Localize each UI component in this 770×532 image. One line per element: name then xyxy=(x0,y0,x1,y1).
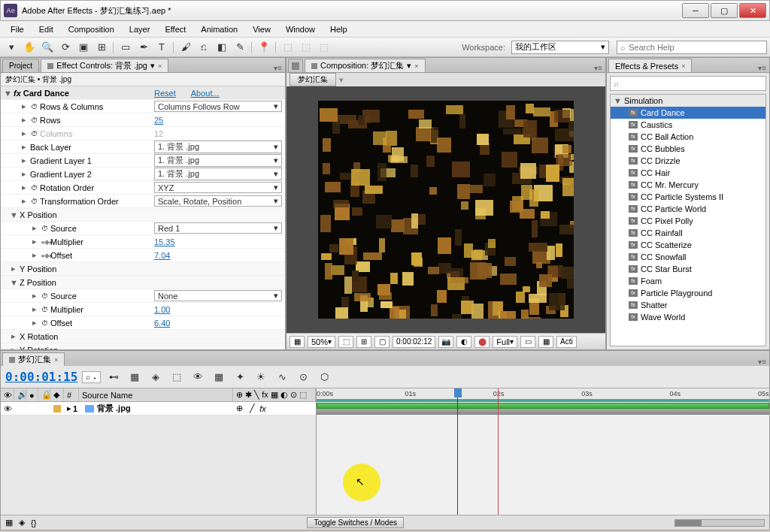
dropdown[interactable]: Scale, Rotate, Position▾ xyxy=(154,195,282,207)
local-axis[interactable]: ⬚ xyxy=(280,40,296,55)
stopwatch-icon[interactable]: ⏱ xyxy=(41,225,48,232)
effect-cc-ball-action[interactable]: fxCC Ball Action xyxy=(611,131,765,143)
effects-search[interactable]: ⌕ xyxy=(610,76,766,91)
composition-viewer[interactable] xyxy=(286,86,605,333)
menu-view[interactable]: View xyxy=(245,23,278,35)
tab-icon-only[interactable] xyxy=(288,59,303,72)
category-simulation[interactable]: ▼Simulation xyxy=(611,95,765,107)
prop-source[interactable]: ▸⏱SourceNone▾ xyxy=(1,289,285,303)
rect-tool[interactable]: ▭ xyxy=(117,40,134,55)
clone-tool[interactable]: ⎌ xyxy=(196,40,212,55)
stopwatch-icon[interactable]: ⏱ xyxy=(30,130,38,138)
time-search[interactable]: ⌕ ▾ xyxy=(82,371,101,383)
effect-particle-playground[interactable]: fxParticle Playground xyxy=(611,287,765,299)
timecode-display[interactable]: 0:00:02:12 xyxy=(393,336,435,348)
value-scrubber[interactable]: 25 xyxy=(154,116,282,125)
dropdown[interactable]: Columns Follows Row▾ xyxy=(154,101,282,112)
prop-offset[interactable]: ▸◂◆▸Offset7.04 xyxy=(1,249,285,262)
zoom-select[interactable]: 50% ▾ xyxy=(308,336,335,348)
menu-edit[interactable]: Edit xyxy=(32,23,61,35)
snapshot-icon[interactable]: 📷 xyxy=(438,336,453,348)
menu-animation[interactable]: Animation xyxy=(193,23,245,35)
color-icon[interactable]: ⬤ xyxy=(474,336,490,348)
footer-icon-3[interactable]: {} xyxy=(31,518,36,527)
selection-tool[interactable]: ▾ xyxy=(3,40,20,55)
menu-window[interactable]: Window xyxy=(278,23,323,35)
prop-offset[interactable]: ▸⏱Offset6.40 xyxy=(1,316,285,330)
minimize-button[interactable]: ─ xyxy=(682,3,709,18)
menu-help[interactable]: Help xyxy=(323,23,355,35)
transparency-icon[interactable]: ▦ xyxy=(538,336,553,348)
tl-tool-1[interactable]: ⊷ xyxy=(105,370,122,385)
menu-effect[interactable]: Effect xyxy=(157,23,193,35)
prop-source[interactable]: ▸⏱SourceRed 1▾ xyxy=(1,222,285,235)
prop-y-rotation[interactable]: ▸Y Rotation xyxy=(1,343,285,349)
prop-multiplier[interactable]: ▸◂◆▸Multiplier15.35 xyxy=(1,235,285,249)
audio-column-icon[interactable]: 🔊 xyxy=(14,388,26,401)
tl-tool-4[interactable]: ⬚ xyxy=(168,370,185,385)
keyframe-nav-icon[interactable]: ◂◆▸ xyxy=(41,252,48,259)
tab-composition[interactable]: Composition: 梦幻汇集 ▾× xyxy=(305,59,426,72)
effect-cc-particle-systems-ii[interactable]: fxCC Particle Systems II xyxy=(611,191,765,203)
tl-tool-11[interactable]: ⬡ xyxy=(316,370,332,385)
tab-project[interactable]: Project xyxy=(2,59,39,72)
effect-cc-mr.-mercury[interactable]: fxCC Mr. Mercury xyxy=(611,179,765,191)
stopwatch-icon[interactable]: ⏱ xyxy=(41,306,48,313)
stopwatch-icon[interactable]: ⏱ xyxy=(41,292,48,300)
panel-menu-icon[interactable]: ▾≡ xyxy=(591,64,605,72)
prop-columns[interactable]: ▸⏱Columns12 xyxy=(1,127,285,141)
effect-foam[interactable]: fxFoam xyxy=(611,275,765,287)
panel-menu-icon[interactable]: ▾≡ xyxy=(271,64,285,72)
playhead[interactable] xyxy=(457,388,458,515)
search-help[interactable]: ⌕ xyxy=(617,41,767,54)
reset-link[interactable]: Reset xyxy=(154,89,176,98)
eye-toggle[interactable]: 👁 xyxy=(1,402,14,415)
tl-tool-9[interactable]: ∿ xyxy=(274,370,290,385)
hand-tool[interactable]: ✋ xyxy=(21,40,38,55)
prop-back-layer[interactable]: ▸Back Layer1. 背景 .jpg▾ xyxy=(1,141,285,154)
stopwatch-icon[interactable]: ⏱ xyxy=(30,116,38,124)
prop-transformation-order[interactable]: ▸⏱Transformation OrderScale, Rotate, Pos… xyxy=(1,195,285,208)
type-tool[interactable]: T xyxy=(153,40,170,55)
tl-tool-6[interactable]: ▦ xyxy=(211,370,227,385)
dropdown[interactable]: Red 1▾ xyxy=(154,222,282,234)
layer-row[interactable]: 👁 ▸ 1 背景 .jpg ⊕ ╱ fx xyxy=(1,402,316,416)
eraser-tool[interactable]: ◧ xyxy=(214,40,230,55)
grid-icon[interactable]: ▦ xyxy=(290,336,305,348)
prop-gradient-layer-1[interactable]: ▸Gradient Layer 11. 背景 .jpg▾ xyxy=(1,154,285,168)
show-channel-icon[interactable]: ◐ xyxy=(456,336,471,348)
zoom-tool[interactable]: 🔍 xyxy=(39,40,56,55)
tl-tool-3[interactable]: ◈ xyxy=(147,370,164,385)
search-input[interactable] xyxy=(629,43,763,52)
dropdown[interactable]: XYZ▾ xyxy=(154,182,282,193)
effect-shatter[interactable]: fxShatter xyxy=(611,299,765,311)
dropdown[interactable]: 1. 背景 .jpg▾ xyxy=(154,154,282,167)
panel-menu-icon[interactable]: ▾≡ xyxy=(755,358,769,366)
effect-cc-particle-world[interactable]: fxCC Particle World xyxy=(611,203,765,215)
stopwatch-icon[interactable]: ⏱ xyxy=(41,319,48,327)
effect-cc-scatterize[interactable]: fxCC Scatterize xyxy=(611,239,765,251)
tab-effects-presets[interactable]: Effects & Presets × xyxy=(608,59,692,72)
tl-tool-7[interactable]: ✦ xyxy=(232,370,248,385)
guides-icon[interactable]: ⊞ xyxy=(356,336,371,348)
prop-y-position[interactable]: ▸Y Position xyxy=(1,262,285,276)
roi-icon[interactable]: ▭ xyxy=(520,336,535,348)
brush-tool[interactable]: 🖌 xyxy=(177,40,194,55)
panel-menu-icon[interactable]: ▾≡ xyxy=(755,64,769,72)
mask-icon[interactable]: ▢ xyxy=(374,336,390,348)
value-scrubber[interactable]: 7.04 xyxy=(154,251,282,260)
footer-icon-2[interactable]: ◈ xyxy=(19,518,25,527)
stopwatch-icon[interactable]: ⏱ xyxy=(30,198,38,205)
about-link[interactable]: About... xyxy=(191,89,220,98)
layer-track[interactable] xyxy=(317,402,769,416)
lock-column-icon[interactable]: 🔒 xyxy=(38,388,50,401)
effect-cc-pixel-polly[interactable]: fxCC Pixel Polly xyxy=(611,215,765,227)
camera-tool[interactable]: ▣ xyxy=(75,40,92,55)
tl-tool-5[interactable]: 👁 xyxy=(189,370,206,385)
pen-tool[interactable]: ✒ xyxy=(135,40,152,55)
effect-wave-world[interactable]: fxWave World xyxy=(611,311,765,323)
puppet-tool[interactable]: 📍 xyxy=(256,40,272,55)
prop-rows-&-columns[interactable]: ▸⏱Rows & ColumnsColumns Follows Row▾ xyxy=(1,100,285,113)
layer-bar[interactable] xyxy=(317,403,769,409)
current-time[interactable]: 0:00:01:15 xyxy=(5,370,77,384)
